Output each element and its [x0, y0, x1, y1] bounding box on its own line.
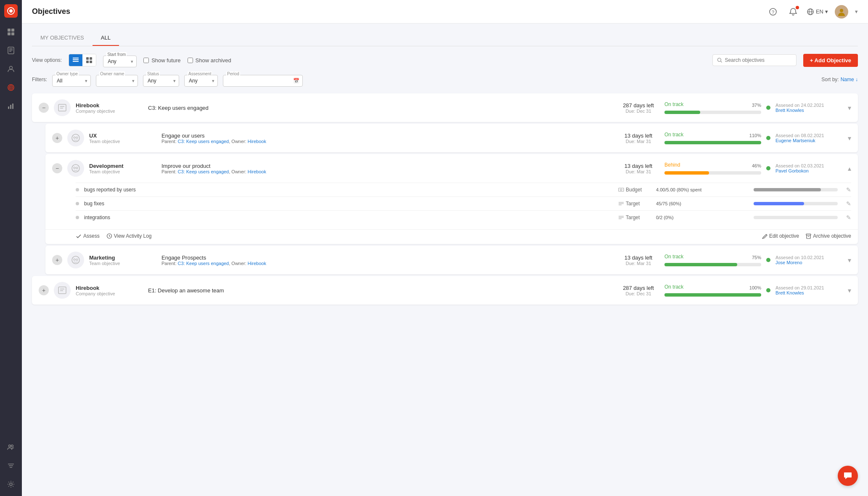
svg-point-13: [11, 87, 12, 88]
svg-rect-5: [11, 32, 14, 35]
parent-link-dev[interactable]: C3: Keep users engaged: [178, 169, 229, 174]
objective-info-dev: Development Team objective: [89, 163, 156, 174]
svg-point-46: [76, 167, 78, 169]
help-icon[interactable]: ?: [766, 5, 780, 19]
assessed-by-link-ux[interactable]: Eugene Martseniuk: [775, 138, 843, 143]
topnav-actions: ? EN ▾: [766, 5, 858, 19]
parent-link-ux[interactable]: C3: Keep users engaged: [178, 139, 229, 144]
owner-name-select[interactable]: [96, 75, 138, 87]
show-future-checkbox-label[interactable]: Show future: [143, 57, 180, 64]
tab-all[interactable]: ALL: [93, 30, 119, 46]
view-options-label: View options:: [32, 57, 62, 63]
svg-point-41: [72, 134, 79, 142]
sidebar-item-filters[interactable]: [3, 458, 19, 473]
objective-row-hirebook-c3[interactable]: − Hirebook Company objective C3: Keep us…: [32, 93, 858, 122]
expand-chevron-marketing[interactable]: ▾: [848, 256, 851, 264]
objective-info-hirebook-e1: Hirebook Company objective: [76, 285, 143, 296]
expand-chevron-hirebook-c3[interactable]: ▾: [848, 104, 851, 112]
svg-rect-56: [806, 234, 811, 235]
tab-my-objectives[interactable]: MY OBJECTIVES: [32, 30, 93, 46]
owner-link-dev[interactable]: Hirebook: [248, 169, 266, 174]
kr-name-bugs: bugs reported by users: [84, 187, 613, 193]
edit-objective-button[interactable]: Edit objective: [762, 233, 799, 239]
notifications-icon[interactable]: [786, 5, 800, 19]
sidebar-item-people[interactable]: [3, 61, 19, 77]
svg-point-17: [9, 445, 11, 447]
collapse-button-hirebook-e1[interactable]: +: [39, 285, 49, 295]
app-logo[interactable]: [4, 4, 18, 18]
start-from-select[interactable]: Any: [103, 56, 137, 67]
archive-objective-button[interactable]: Archive objective: [806, 233, 851, 239]
progress-bar-bg: [664, 111, 761, 114]
expand-chevron-ux[interactable]: ▾: [848, 134, 851, 142]
progress-bar-bg-ux: [664, 141, 761, 144]
kr-edit-integrations[interactable]: ✎: [846, 214, 851, 221]
user-avatar[interactable]: [835, 5, 848, 19]
show-archived-checkbox[interactable]: [188, 58, 193, 63]
sidebar-item-docs[interactable]: [3, 43, 19, 58]
view-activity-log-button[interactable]: View Activity Log: [106, 233, 152, 239]
assess-icon: [76, 233, 82, 239]
assessed-by-link[interactable]: Brett Knowles: [775, 108, 843, 113]
sort-value[interactable]: Name ↓: [841, 77, 858, 82]
view-list-button[interactable]: [69, 54, 82, 66]
objective-row-ux-engage[interactable]: + UX Team objective Eng: [45, 124, 858, 152]
sort-by-label: Sort by:: [821, 77, 839, 82]
add-objective-button[interactable]: + Add Objective: [803, 54, 858, 67]
expand-chevron-e1[interactable]: ▾: [848, 286, 851, 294]
objective-sub-info-ux: Parent: C3: Keep users engaged, Owner: H…: [161, 139, 612, 144]
status-select[interactable]: AnyOn trackBehindAt risk: [143, 75, 179, 87]
objective-row-hirebook-e1[interactable]: + Hirebook Company objective E1: Develop…: [32, 276, 858, 305]
objective-row-dev[interactable]: − Development Team objective: [45, 154, 858, 183]
kr-edit-bugs[interactable]: ✎: [846, 186, 851, 193]
avatar-chevron[interactable]: ▾: [855, 8, 858, 15]
assessed-by-link-marketing[interactable]: Jose Moreno: [775, 260, 843, 265]
view-grid-button[interactable]: [82, 54, 96, 66]
collapse-button-ux-engage[interactable]: +: [52, 133, 62, 143]
assess-button[interactable]: Assess: [76, 233, 100, 239]
obj-days-hirebook-e1: 287 days left Due: Dec 31: [617, 285, 659, 296]
svg-point-1: [9, 9, 13, 13]
search-input[interactable]: [725, 57, 791, 63]
chat-bubble[interactable]: [838, 466, 858, 486]
kr-type-integrations: Target: [626, 215, 651, 220]
kr-edit-bugfixes[interactable]: ✎: [846, 200, 851, 207]
expand-chevron-dev[interactable]: ▴: [848, 164, 851, 172]
sidebar-item-objectives[interactable]: [3, 80, 19, 95]
chat-icon: [843, 471, 852, 480]
assessed-by-link-e1[interactable]: Brett Knowles: [775, 290, 843, 295]
language-selector[interactable]: EN ▾: [807, 8, 828, 16]
sidebar-item-dashboard[interactable]: [3, 24, 19, 40]
sidebar-item-team[interactable]: [3, 440, 19, 455]
objective-info-hirebook-c3: Hirebook Company objective: [76, 102, 143, 114]
objective-icon-dev: [67, 160, 84, 177]
assessed-by-link-dev[interactable]: Pavel Gorbokon: [775, 168, 843, 173]
parent-link-marketing[interactable]: C3: Keep users engaged: [178, 261, 229, 266]
objective-main-dev: Improve our product Parent: C3: Keep use…: [161, 163, 612, 174]
collapse-button-marketing[interactable]: +: [52, 255, 62, 265]
svg-rect-14: [8, 106, 9, 109]
collapse-button-dev[interactable]: −: [52, 163, 62, 173]
obj-progress-hirebook-c3: On track 37%: [664, 101, 761, 114]
assessment-select[interactable]: Any: [184, 75, 218, 87]
collapse-button-hirebook-c3[interactable]: −: [39, 103, 49, 113]
status-label: Status: [146, 72, 160, 76]
obj-progress-marketing: On track 75%: [664, 254, 761, 266]
assessment-label: Assessment: [188, 72, 212, 76]
show-future-checkbox[interactable]: [143, 58, 149, 63]
sidebar-item-settings[interactable]: [3, 477, 19, 492]
period-input[interactable]: [223, 75, 303, 87]
objective-hirebook-e1: + Hirebook Company objective E1: Develop…: [32, 276, 858, 305]
objective-ux-engage: + UX Team objective Eng: [45, 124, 858, 152]
objective-title-hirebook-e1: E1: Develop an awesome team: [148, 287, 612, 294]
show-archived-checkbox-label[interactable]: Show archived: [188, 57, 231, 64]
sidebar-item-analytics[interactable]: [3, 98, 19, 114]
owner-link-ux[interactable]: Hirebook: [248, 139, 266, 144]
svg-rect-16: [12, 103, 13, 109]
action-bar-dev: Assess View Activity Log: [45, 229, 858, 244]
progress-bar-fill: [664, 111, 700, 114]
obj-days-dev: 13 days left Due: Mar 31: [617, 163, 659, 174]
owner-link-marketing[interactable]: Hirebook: [248, 261, 266, 266]
owner-type-select[interactable]: AllCompanyTeamIndividual: [52, 75, 91, 87]
objective-row-marketing[interactable]: + Marketing Team objective: [45, 246, 858, 274]
